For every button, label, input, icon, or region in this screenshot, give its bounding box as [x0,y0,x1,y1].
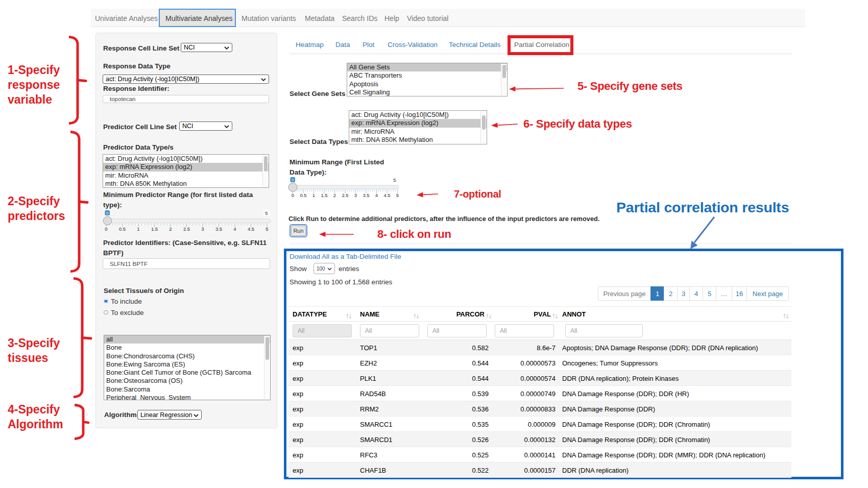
svg-text:5: 5 [393,177,396,183]
svg-text:5: 5 [266,226,268,232]
svg-text:2.5: 2.5 [342,192,348,198]
svg-text:1.5: 1.5 [151,226,158,232]
svg-text:4: 4 [375,192,378,198]
svg-text:2: 2 [333,192,336,198]
svg-text:2.5: 2.5 [183,226,190,232]
svg-text:4.5: 4.5 [383,192,390,198]
svg-text:0: 0 [292,178,294,182]
svg-text:4.5: 4.5 [248,226,254,232]
svg-text:0.5: 0.5 [300,192,306,198]
svg-text:0: 0 [292,192,294,198]
svg-text:2: 2 [169,226,172,232]
svg-text:3.5: 3.5 [363,192,369,198]
svg-text:5: 5 [396,192,399,198]
svg-text:0.5: 0.5 [119,226,126,232]
svg-text:0: 0 [105,226,107,232]
svg-text:5: 5 [265,210,268,216]
svg-text:1: 1 [137,226,139,232]
svg-text:0: 0 [106,211,109,215]
svg-text:4: 4 [233,226,236,232]
svg-text:3: 3 [354,192,357,198]
svg-text:1.5: 1.5 [321,192,327,198]
svg-text:3.5: 3.5 [215,226,222,232]
svg-text:3: 3 [201,226,204,232]
svg-text:1: 1 [312,192,315,198]
